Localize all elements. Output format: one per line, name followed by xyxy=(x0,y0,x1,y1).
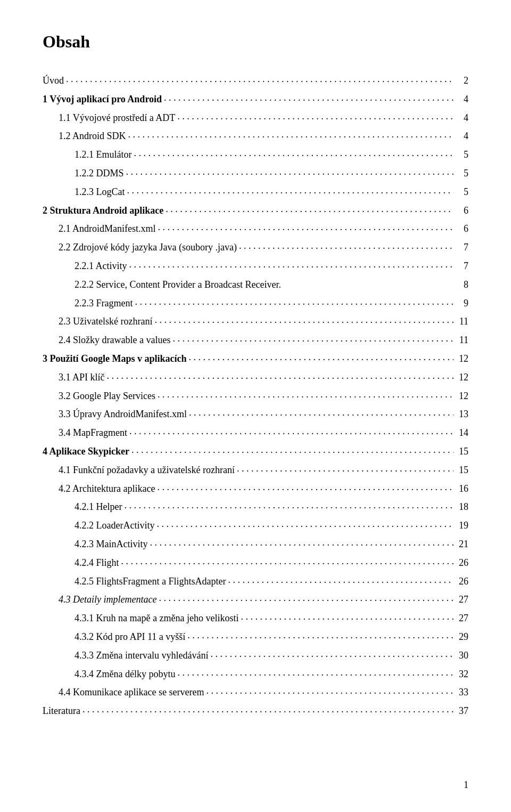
toc-label: 4.2.5 FlightsFragment a FlightsAdapter xyxy=(75,574,226,589)
toc-dots xyxy=(126,164,454,180)
toc-entry: 4.3.3 Změna intervalu vyhledávání30 xyxy=(43,648,468,663)
toc-page: 19 xyxy=(456,518,468,533)
toc-page: 6 xyxy=(456,221,468,237)
toc-container: Úvod21 Vývoj aplikací pro Android41.1 Vý… xyxy=(43,73,468,719)
toc-entry: 4.3.1 Kruh na mapě a změna jeho velikost… xyxy=(43,611,468,626)
toc-page: 33 xyxy=(456,685,468,700)
toc-entry: 2.2 Zdrojové kódy jazyka Java (soubory .… xyxy=(43,240,468,255)
toc-entry: 2.2.1 Activity7 xyxy=(43,258,468,274)
toc-entry: 1.1 Vývojové prostředí a ADT4 xyxy=(43,110,468,126)
toc-page: 4 xyxy=(456,92,468,107)
toc-page: 27 xyxy=(456,611,468,626)
toc-label: 3.2 Google Play Services xyxy=(59,388,155,404)
toc-dots xyxy=(166,201,454,217)
toc-dots xyxy=(158,220,454,235)
toc-entry: 1 Vývoj aplikací pro Android4 xyxy=(43,92,468,107)
toc-dots xyxy=(206,683,454,699)
toc-entry: 1.2.1 Emulátor5 xyxy=(43,147,468,163)
toc-page: 30 xyxy=(456,648,468,663)
toc-label: 2.2.3 Fragment xyxy=(75,296,133,311)
toc-dots xyxy=(164,90,454,105)
toc-dots xyxy=(157,480,454,495)
toc-page: 29 xyxy=(456,629,468,645)
toc-entry: 2.1 AndroidManifest.xml6 xyxy=(43,221,468,237)
toc-page: 37 xyxy=(456,703,468,719)
toc-dots xyxy=(189,350,454,365)
toc-page: 5 xyxy=(456,184,468,200)
toc-dots xyxy=(177,665,454,680)
toc-page: 9 xyxy=(456,296,468,311)
toc-label: 3.3 Úpravy AndroidManifest.xml xyxy=(59,407,187,422)
toc-dots xyxy=(124,498,454,513)
toc-page: 16 xyxy=(456,481,468,497)
toc-label: 4.3.1 Kruh na mapě a změna jeho velikost… xyxy=(75,611,238,626)
toc-entry: 2 Struktura Android aplikace6 xyxy=(43,203,468,218)
toc-dots xyxy=(187,628,454,643)
toc-page: 7 xyxy=(456,258,468,274)
toc-entry: 4.3 Detaily implementace27 xyxy=(43,592,468,607)
toc-entry: 3 Použití Google Maps v aplikacích12 xyxy=(43,351,468,367)
toc-page: 11 xyxy=(456,314,468,329)
toc-dots xyxy=(159,590,454,606)
toc-page: 8 xyxy=(456,277,468,293)
toc-dots xyxy=(150,535,454,550)
toc-label: 4.2.3 MainActivity xyxy=(75,537,148,552)
toc-label: 4.3.4 Změna délky pobytu xyxy=(75,667,175,682)
toc-entry: Úvod2 xyxy=(43,73,468,88)
toc-dots xyxy=(228,572,454,588)
toc-label: 4.3.2 Kód pro API 11 a vyšší xyxy=(75,629,185,645)
toc-page: 12 xyxy=(456,388,468,404)
toc-label: 4.2.2 LoaderActivity xyxy=(75,518,154,533)
toc-label: 1.1 Vývojové prostředí a ADT xyxy=(59,110,175,126)
toc-entry: 3.3 Úpravy AndroidManifest.xml13 xyxy=(43,407,468,422)
toc-dots xyxy=(239,238,454,254)
toc-dots xyxy=(156,516,454,532)
toc-label: Úvod xyxy=(43,73,64,88)
toc-dots xyxy=(134,145,454,161)
toc-dots xyxy=(121,554,454,569)
toc-entry: 2.2.3 Fragment9 xyxy=(43,296,468,311)
toc-entry: 2.3 Uživatelské rozhraní11 xyxy=(43,314,468,329)
toc-page: 15 xyxy=(456,444,468,459)
toc-page: 4 xyxy=(456,128,468,144)
toc-dots xyxy=(177,109,454,124)
toc-page: 21 xyxy=(456,537,468,552)
toc-entry: Literatura37 xyxy=(43,703,468,719)
toc-label: 1.2.1 Emulátor xyxy=(75,147,131,163)
toc-label: 1.2.3 LogCat xyxy=(75,184,125,200)
toc-entry: 4.4 Komunikace aplikace se serverem33 xyxy=(43,685,468,700)
toc-entry: 4.2.2 LoaderActivity19 xyxy=(43,518,468,533)
toc-dots xyxy=(154,312,454,328)
toc-label: Literatura xyxy=(43,703,80,719)
toc-entry: 3.2 Google Play Services12 xyxy=(43,388,468,404)
page-title: Obsah xyxy=(43,32,468,52)
toc-entry: 3.4 MapFragment14 xyxy=(43,425,468,441)
toc-page: 7 xyxy=(456,240,468,255)
toc-entry: 4 Aplikace Skypicker15 xyxy=(43,444,468,459)
toc-entry: 4.3.2 Kód pro API 11 a vyšší29 xyxy=(43,629,468,645)
toc-page: 11 xyxy=(456,332,468,348)
toc-label: 2.2.2 Service, Content Provider a Broadc… xyxy=(75,277,281,293)
toc-entry: 2.2.2 Service, Content Provider a Broadc… xyxy=(43,277,468,293)
toc-page: 6 xyxy=(456,203,468,218)
toc-label: 1.2 Android SDK xyxy=(59,128,126,144)
toc-entry: 4.3.4 Změna délky pobytu32 xyxy=(43,667,468,682)
toc-entry: 4.2 Architektura aplikace16 xyxy=(43,481,468,497)
toc-page: 15 xyxy=(456,462,468,478)
toc-dots xyxy=(107,368,454,384)
toc-label: 2 Struktura Android aplikace xyxy=(43,203,163,218)
toc-page: 5 xyxy=(456,147,468,163)
toc-dots xyxy=(241,609,454,624)
toc-entry: 1.2.2 DDMS5 xyxy=(43,166,468,181)
toc-page: 14 xyxy=(456,425,468,441)
toc-label: 4.2 Architektura aplikace xyxy=(59,481,155,497)
toc-page: 12 xyxy=(456,351,468,367)
page-number-footer: 1 xyxy=(464,779,468,791)
toc-page: 18 xyxy=(456,499,468,515)
toc-label: 1 Vývoj aplikací pro Android xyxy=(43,92,162,107)
toc-label: 2.2 Zdrojové kódy jazyka Java (soubory .… xyxy=(59,240,237,255)
toc-page: 2 xyxy=(456,73,468,88)
toc-dots xyxy=(129,257,454,272)
toc-label: 3.1 API klíč xyxy=(59,370,105,385)
toc-dots xyxy=(189,405,454,420)
